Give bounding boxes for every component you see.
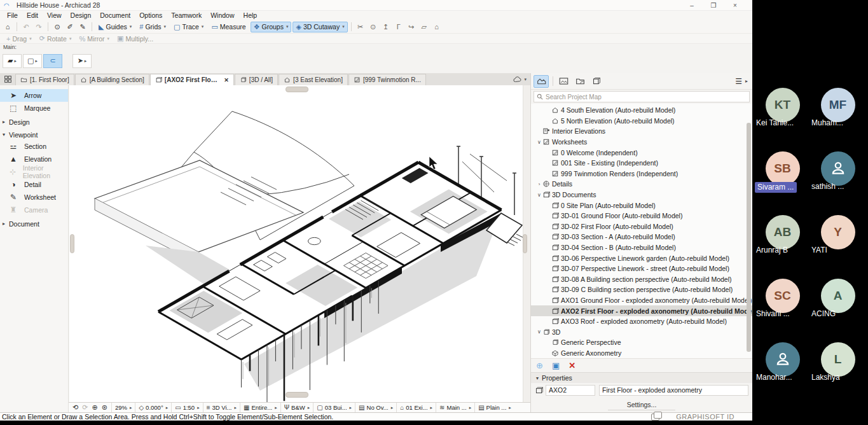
participant-tile[interactable]: sathish ... [810,151,865,200]
viewpoint-id-field[interactable] [546,385,595,396]
drawing-canvas[interactable] [69,85,523,402]
home-icon[interactable]: ⌂ [2,22,13,32]
increase-zoom-icon[interactable]: ⊕ [92,403,97,412]
tree-item[interactable]: 3D-06 Perspective Linework garden (Auto-… [531,253,752,263]
tree-item[interactable]: 0 Site Plan (Auto-rebuild Model) [531,200,752,211]
next-zoom-icon[interactable]: ⟳ [82,403,88,412]
tree-item[interactable]: 0 Welcome (Independent) [531,147,752,158]
quick-option-1-50[interactable]: ▭1:50▸ [171,403,202,412]
quick-option-0-000°[interactable]: ◇0.000°▸ [135,403,171,412]
tab-overview-icon[interactable] [0,73,15,85]
tree-item[interactable]: 999 Twinmotion Renders (Independent) [531,169,752,179]
tree-item[interactable]: 3D-03 Section - A (Auto-rebuild Model) [531,232,752,242]
viewpoint-name-field[interactable] [599,385,748,396]
minimize-button[interactable]: – [681,0,703,10]
tree-item[interactable]: 3D-08 A Building section perspective (Au… [531,274,752,285]
menu-edit[interactable]: Edit [22,11,43,20]
participant-tile[interactable]: KTKei Tanie... [755,88,810,136]
multiply-button[interactable]: ▣Multiply... [114,33,156,44]
tree-item[interactable]: ›Details [531,179,752,190]
viewpoint-settings-icon[interactable]: ▣ [552,361,560,370]
toolbox-group-viewpoint[interactable]: ▾Viewpoint [0,129,68,140]
fillet-icon[interactable]: ↪ [406,22,417,32]
toolbox-item-detail[interactable]: ◑Detail [0,178,68,191]
grids-button[interactable]: #Grids▾ [136,22,169,32]
toolbox-group-design[interactable]: ▸Design [0,116,68,127]
toolbox-item-arrow[interactable]: ➤Arrow [0,89,68,102]
menu-file[interactable]: File [3,11,22,20]
panel-menu-icon[interactable]: ☰ [732,77,745,86]
tree-item[interactable]: AXO2 First Floor - exploded axonometry (… [531,305,752,316]
publisher-icon[interactable] [589,75,604,88]
select-settings-icon[interactable]: ⊙ [52,22,63,32]
collapse-icon[interactable]: ∨ [536,192,542,198]
toolbox-item-interior-elevation[interactable]: ⊹Interior Elevation [0,165,68,178]
quick-option-b&w[interactable]: ΨB&W▸ [280,403,313,412]
add-viewpoint-icon[interactable]: ⊕ [536,361,543,370]
menu-window[interactable]: Window [206,11,238,20]
tree-item[interactable]: Generic Perspective [531,337,752,348]
tree-item[interactable]: 3D-02 First Floor (Auto-rebuild Model) [531,221,752,232]
tree-item[interactable]: 3D-01 Ground Floor (Auto-rebuild Model) [531,211,752,221]
quick-option-entire-[interactable]: ▦Entire...▸ [240,403,280,412]
participant-tile[interactable]: SCShivani ... [755,279,810,327]
menu-document[interactable]: Document [95,11,135,20]
participant-tile[interactable]: YYATI [810,215,865,263]
toolbox-item-section[interactable]: ⚍Section [0,140,68,153]
tree-item[interactable]: 3D-09 C Building section perspective (Au… [531,284,752,295]
tree-item[interactable]: ∨3D [531,326,752,337]
tree-item[interactable]: AXO3 Roof - exploded axonometry (Auto-re… [531,316,752,327]
quick-option-01-exi-[interactable]: ⌂01 Exi...▸ [396,403,436,412]
elevate-icon[interactable]: ↥ [380,22,392,32]
collapse-icon[interactable]: ∨ [536,329,542,335]
toolbox-item-camera[interactable]: ♜Camera [0,204,68,216]
menu-options[interactable]: Options [135,11,167,20]
measure-button[interactable]: ▭Measure [208,22,249,32]
participant-tile[interactable]: LLakshya [810,342,865,391]
trace-button[interactable]: ▢Trace▾ [170,22,207,32]
groups-button[interactable]: ❖Groups▾ [251,22,292,32]
maximize-button[interactable]: ❐ [703,0,724,10]
guides-button[interactable]: ◣Guides▾ [95,22,135,32]
toolbox-group-document[interactable]: ▸Document [0,218,68,229]
menu-design[interactable]: Design [66,11,96,20]
tree-item[interactable]: AXO1 Ground Floor - exploded axonometry … [531,295,752,306]
tree-item[interactable]: Interior Elevations [531,126,752,137]
selection-tool-button[interactable]: ▰▸ [3,54,22,68]
quick-option-main-[interactable]: ≋Main ...▸ [436,403,474,412]
tab--a-building-section-[interactable]: [A Building Section] [75,74,149,85]
properties-header[interactable]: ▾ Properties [531,372,752,383]
project-map-icon[interactable] [534,75,549,88]
expand-icon[interactable]: › [536,181,542,187]
tab--1-first-floor-[interactable]: [1. First Floor] [15,74,74,85]
settings-button[interactable]: Settings... [608,400,676,410]
quick-option-no-ov-[interactable]: ▤No Ov...▸ [355,403,396,412]
menu-teamwork[interactable]: Teamwork [167,11,206,20]
search-input[interactable] [546,94,747,101]
graphisoft-id[interactable]: GRAPHISOFT ID [651,413,752,421]
cutaway-3d-button[interactable]: ◈3D Cutaway▾ [293,22,347,32]
tree-item[interactable]: 001 Site - Existing (Independent) [531,158,752,169]
rotate-button[interactable]: ⟳Rotate▾ [36,33,75,44]
close-button[interactable]: × [724,0,746,10]
view-map-icon[interactable] [556,75,571,88]
layout-book-icon[interactable] [572,75,588,88]
magnet-snap-button[interactable]: ⊂ [43,54,62,68]
tab--999-twinmotion-r-[interactable]: [999 Twinmotion R... [348,74,426,85]
canvas-scroll-handle-left[interactable] [70,234,74,253]
teamwork-cloud-button[interactable]: ▾ [509,74,530,85]
tree-scrollbar-thumb[interactable] [747,123,751,352]
tree-item[interactable]: 3D-07 Perspective Linework - street (Aut… [531,263,752,274]
tree-item[interactable]: Generic Axonometry [531,348,752,358]
tree-item[interactable]: ∨3D Documents [531,190,752,200]
participant-tile[interactable]: AACING [810,279,865,327]
canvas-scroll-handle-bottom[interactable] [286,392,308,398]
quick-option-29-[interactable]: 29%▸ [111,403,135,412]
adjust-icon[interactable]: ⊙ [368,22,379,32]
tree-item[interactable]: 3D-04 Section - B (Auto-rebuild Model) [531,242,752,253]
marquee-tool-button[interactable]: ▢▸ [23,54,42,68]
menu-view[interactable]: View [43,11,66,20]
tab--3-east-elevation-[interactable]: [3 East Elevation] [279,74,348,85]
mirror-button[interactable]: %Mirror▾ [76,33,113,44]
intersect-icon[interactable]: Γ [393,22,404,32]
